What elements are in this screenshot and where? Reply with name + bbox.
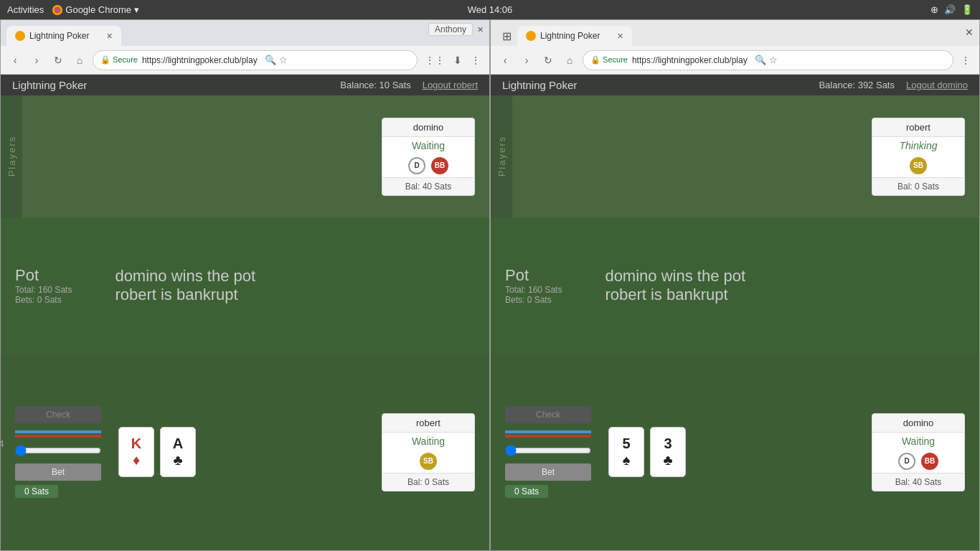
poker-app-left: Lightning Poker Balance: 10 Sats Logout … [1, 75, 489, 550]
pot-total-left: Total: 160 Sats [15, 285, 72, 295]
poker-middle-right: Pot Total: 160 Sats Bets: 0 Sats domino … [491, 217, 979, 354]
poker-header-right: Lightning Poker Balance: 392 Sats Logout… [491, 75, 979, 95]
reload-btn-left[interactable]: ↻ [50, 52, 67, 69]
download-icon-left[interactable]: ⬇ [451, 53, 465, 67]
search-icon-right[interactable]: 🔍 [755, 55, 766, 65]
back-btn-left[interactable]: ‹ [6, 52, 24, 69]
self-card-left: robert Waiting SB Bal: 0 Sats [382, 413, 475, 491]
forward-btn-right[interactable]: › [518, 52, 535, 69]
menu-icon-left[interactable]: ⋮⋮ [422, 53, 448, 67]
check-btn-left[interactable]: Check [15, 406, 101, 423]
cards-left: K ♦ A ♣ [118, 427, 196, 477]
back-btn-right[interactable]: ‹ [496, 52, 514, 69]
players-label-left: Players [6, 136, 17, 176]
card-suit-1-right: ♠ [623, 452, 631, 468]
pot-info-left: Pot Total: 160 Sats Bets: 0 Sats [15, 266, 72, 305]
audio-icon-right: ⊞ [502, 29, 512, 43]
address-input-right[interactable]: 🔒 Secure https://lightningpoker.club/pla… [583, 50, 953, 70]
anthony-label: Anthony [428, 23, 473, 36]
star-icon-right[interactable]: ☆ [769, 55, 778, 65]
chip-sb-opp-right: SB [910, 157, 927, 174]
volume-icon: 🔊 [944, 4, 956, 15]
slider-wrap-right [505, 428, 591, 459]
tab-lightning-poker-left[interactable]: Lightning Poker ✕ [6, 26, 121, 46]
chip-bb-left: BB [431, 157, 448, 174]
chrome-extra-btns-left: ⋮⋮ ⬇ ⋮ [422, 53, 484, 67]
url-right: https://lightningpoker.club/play [632, 55, 748, 65]
tabbar-left: Lightning Poker ✕ Anthony ✕ [1, 20, 489, 46]
slider-red-right[interactable] [505, 435, 591, 438]
bet-btn-left[interactable]: Bet [15, 463, 101, 481]
opponent-bal-right: Bal: 0 Sats [872, 177, 964, 195]
address-input-left[interactable]: 🔒 Secure https://lightningpoker.club/pla… [93, 50, 418, 70]
pot-title-left: Pot [15, 266, 72, 285]
address-icons-right: 🔍 ☆ [755, 55, 778, 65]
close-extra-left[interactable]: ✕ [477, 25, 484, 34]
tab-lightning-poker-right[interactable]: Lightning Poker ✕ [517, 26, 632, 46]
card-rank-1-right: 5 [622, 435, 630, 452]
slider-blue-right[interactable] [505, 430, 591, 433]
tab-close-left[interactable]: ✕ [106, 32, 113, 41]
card-2-left: A ♣ [160, 427, 196, 477]
opponent-bal-left: Bal: 40 Sats [382, 177, 474, 195]
wifi-icon: ⊕ [930, 4, 938, 15]
opponent-name-right: robert [872, 118, 964, 137]
os-clock: Wed 14:06 [468, 4, 513, 15]
search-icon-left[interactable]: 🔍 [265, 55, 276, 65]
home-btn-left[interactable]: ⌂ [71, 52, 88, 69]
check-btn-right[interactable]: Check [505, 406, 591, 423]
balance-right: Balance: 392 Sats [819, 80, 895, 90]
poker-header-info-right: Balance: 392 Sats Logout domino [819, 80, 968, 90]
self-status-left: Waiting [382, 433, 474, 450]
logout-left[interactable]: Logout robert [423, 80, 478, 90]
card-suit-2-right: ♣ [663, 452, 672, 468]
bet-slider-right [505, 428, 591, 459]
slider-blue-left[interactable] [15, 430, 101, 433]
pot-info-right: Pot Total: 160 Sats Bets: 0 Sats [505, 266, 562, 305]
poker-top-left: Players domino Waiting D BB Bal: 40 Sats [1, 95, 489, 217]
balance-left: Balance: 10 Sats [340, 80, 410, 90]
chrome-extra-btns-right: ⋮ [958, 53, 974, 67]
slider-red-left[interactable] [15, 435, 101, 438]
card-rank-1-left: K [131, 435, 141, 452]
range-slider-right[interactable] [505, 445, 591, 456]
poker-bottom-left: Check 24 Bet 0 [1, 354, 489, 550]
os-taskbar: Activities Google Chrome ▾ Wed 14:06 ⊕ 🔊… [0, 0, 980, 19]
bet-btn-right[interactable]: Bet [505, 463, 591, 481]
card-rank-2-left: A [173, 435, 183, 452]
more-icon-right[interactable]: ⋮ [958, 53, 974, 67]
opponent-chips-left: D BB [382, 154, 474, 177]
tab-close-right[interactable]: ✕ [617, 32, 623, 41]
reload-btn-right[interactable]: ↻ [540, 52, 557, 69]
logout-right[interactable]: Logout domino [906, 80, 968, 90]
range-slider-left[interactable] [15, 445, 101, 456]
self-card-right: domino Waiting D BB Bal: 40 Sats [872, 413, 965, 491]
activities-label[interactable]: Activities [7, 4, 44, 15]
pot-title-right: Pot [505, 266, 562, 285]
star-icon-left[interactable]: ☆ [279, 55, 288, 65]
card-2-right: 3 ♣ [650, 427, 686, 477]
tabbar-right: ⊞ Lightning Poker ✕ ✕ [491, 20, 979, 46]
pot-total-right: Total: 160 Sats [505, 285, 562, 295]
forward-btn-left[interactable]: › [28, 52, 45, 69]
self-name-right: domino [872, 414, 964, 433]
card-suit-2-left: ♣ [173, 452, 182, 468]
players-sidebar-left: Players [1, 95, 22, 217]
more-icon-left[interactable]: ⋮ [468, 53, 484, 67]
chrome-label[interactable]: Google Chrome ▾ [65, 4, 138, 15]
players-sidebar-right: Players [491, 95, 512, 217]
opponent-card-left: domino Waiting D BB Bal: 40 Sats [382, 118, 475, 196]
game-message-left: domino wins the pot robert is bankrupt [115, 267, 255, 304]
poker-title-right: Lightning Poker [502, 79, 577, 91]
card-1-right: 5 ♠ [608, 427, 644, 477]
secure-badge-right: 🔒 Secure [590, 55, 628, 65]
chip-bb-self-right: BB [921, 453, 938, 470]
home-btn-right[interactable]: ⌂ [561, 52, 578, 69]
msg-line1-right: domino wins the pot [605, 267, 745, 286]
addressbar-left: ‹ › ↻ ⌂ 🔒 Secure https://lightningpoker.… [1, 46, 489, 75]
game-message-right: domino wins the pot robert is bankrupt [605, 267, 745, 304]
win-close-right[interactable]: ✕ [965, 26, 974, 39]
opponent-status-right: Thinking [872, 137, 964, 154]
tab-title-left: Lightning Poker [29, 31, 89, 41]
secure-badge-left: 🔒 Secure [100, 55, 138, 65]
